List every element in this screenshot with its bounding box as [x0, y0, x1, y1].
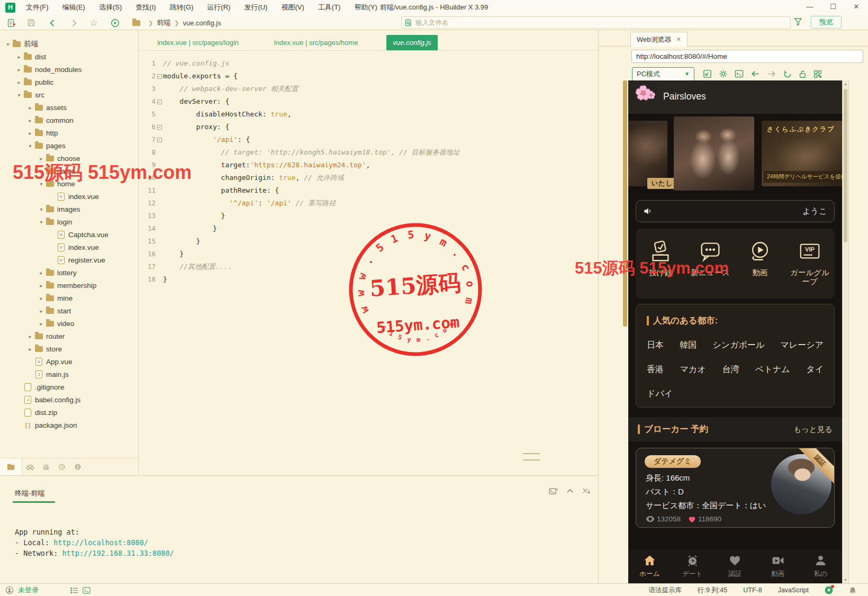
fold-icon[interactable]: − — [157, 100, 162, 104]
qr-code-icon[interactable] — [813, 70, 822, 78]
debug-bug-icon[interactable] — [38, 463, 54, 471]
breadcrumb-file[interactable]: vue.config.js — [183, 19, 221, 27]
chevron-right-icon[interactable]: ▸ — [26, 130, 34, 136]
see-more-link[interactable]: もっと見る — [793, 425, 833, 435]
status-item[interactable]: JavaScript — [778, 586, 809, 594]
tree-item[interactable]: ▸membership — [0, 279, 138, 292]
notification-bell-icon[interactable] — [849, 586, 856, 594]
tree-item[interactable]: ▸start — [0, 304, 138, 317]
chevron-right-icon[interactable]: ▸ — [38, 270, 45, 276]
fold-icon[interactable]: − — [157, 138, 162, 142]
local-url-link[interactable]: http://localhost:8080/ — [53, 538, 148, 547]
chevron-right-icon[interactable]: ▸ — [26, 333, 34, 339]
chevron-right-icon[interactable]: ▸ — [26, 118, 34, 123]
tree-item[interactable]: Jbabel.config.js — [0, 393, 138, 406]
city-link[interactable]: ドバイ — [647, 389, 673, 400]
fold-icon[interactable]: − — [157, 125, 162, 130]
chevron-right-icon[interactable]: ▸ — [38, 283, 45, 288]
tree-item[interactable]: ▸lottery — [0, 266, 138, 279]
console-icon[interactable] — [83, 587, 91, 594]
nav-item-heart[interactable]: 認証 — [714, 554, 757, 583]
minimize-icon[interactable]: — — [798, 0, 821, 15]
address-bar[interactable] — [631, 50, 863, 63]
city-link[interactable]: ベトナム — [755, 364, 790, 375]
menu-item[interactable]: 视图(V) — [274, 0, 311, 15]
new-file-button[interactable] — [5, 17, 17, 29]
tree-item[interactable]: ▸node_modules — [0, 63, 138, 76]
menu-item[interactable]: 跳转(G) — [163, 0, 201, 15]
tree-item[interactable]: ▸dist — [0, 50, 138, 63]
city-link[interactable]: 台湾 — [722, 364, 739, 375]
status-item[interactable]: 语法提示库 — [648, 586, 682, 595]
tree-item[interactable]: ▸http — [0, 127, 138, 139]
back-button[interactable] — [47, 17, 58, 29]
chevron-right-icon[interactable]: ▸ — [15, 79, 23, 85]
refresh-icon[interactable] — [783, 70, 792, 78]
carousel-slide-left[interactable] — [628, 121, 667, 186]
tree-item[interactable]: Jmain.js — [0, 368, 138, 381]
chevron-right-icon[interactable]: ▸ — [15, 54, 23, 60]
tree-item[interactable]: ▸store — [0, 342, 138, 355]
menu-item[interactable]: 发行(U) — [237, 0, 274, 15]
browser-tab[interactable]: Web浏览器✕ — [630, 32, 688, 47]
collapse-panel-icon[interactable] — [566, 487, 574, 495]
chevron-down-icon[interactable]: ▾ — [15, 92, 23, 98]
devtools-console-icon[interactable] — [735, 69, 744, 78]
tree-item[interactable]: dist.zip — [0, 406, 138, 419]
menu-item[interactable]: 编辑(E) — [56, 0, 92, 15]
search-binoculars-icon[interactable] — [22, 464, 38, 471]
nav-item-user[interactable]: 私の — [799, 554, 842, 583]
close-tab-icon[interactable]: ✕ — [676, 36, 681, 43]
tree-item[interactable]: ▾pages — [0, 139, 138, 152]
editor-tab[interactable]: index.vue | src/pages/login — [143, 35, 253, 50]
chevron-down-icon[interactable]: ▾ — [4, 41, 12, 47]
chevron-right-icon[interactable]: ▸ — [26, 105, 34, 111]
forward-button[interactable] — [68, 17, 79, 29]
menu-item[interactable]: 选择(S) — [92, 0, 129, 15]
panel-splitter-bar[interactable] — [623, 80, 627, 327]
tree-item[interactable]: ▸common — [0, 114, 138, 127]
feature-item[interactable]: 動画 — [735, 239, 785, 299]
nav-forward-icon[interactable] — [767, 70, 776, 78]
chevron-right-icon[interactable]: ▸ — [38, 308, 45, 314]
lock-icon[interactable] — [799, 70, 807, 78]
scrollbar-thumb[interactable] — [844, 89, 847, 242]
chevron-right-icon[interactable]: ▸ — [38, 295, 45, 301]
splitter-grip[interactable] — [523, 453, 540, 466]
tree-item[interactable]: ▸assets — [0, 101, 138, 114]
tree-item[interactable]: ▸video — [0, 317, 138, 330]
fold-icon[interactable]: − — [157, 74, 162, 79]
close-icon[interactable]: ✕ — [845, 0, 868, 15]
notice-marquee[interactable]: ようこ — [636, 200, 835, 222]
network-url-link[interactable]: http://192.168.31.33:8080/ — [62, 549, 174, 557]
user-account-icon[interactable] — [5, 586, 14, 594]
nav-item-video[interactable]: 動画 — [756, 554, 799, 583]
menu-item[interactable]: 运行(R) — [200, 0, 237, 15]
chevron-right-icon[interactable]: ▸ — [15, 67, 23, 73]
breadcrumb-project[interactable]: 前端 — [157, 18, 170, 28]
chevron-down-icon[interactable]: ▾ — [38, 206, 45, 212]
tree-item[interactable]: Vindex.vue — [0, 190, 138, 203]
web-globe-icon[interactable] — [70, 463, 86, 471]
nav-item-clock[interactable]: デート — [671, 554, 714, 583]
city-link[interactable]: マレーシア — [780, 340, 824, 351]
city-link[interactable]: タイ — [806, 364, 824, 375]
history-clock-icon[interactable] — [54, 463, 70, 471]
city-link[interactable]: 韓国 — [680, 340, 697, 351]
open-external-icon[interactable] — [703, 69, 712, 78]
save-button[interactable] — [25, 17, 37, 29]
chevron-right-icon[interactable]: ▸ — [38, 321, 45, 327]
city-link[interactable]: 日本 — [647, 340, 664, 351]
tree-item[interactable]: ▾前端 — [0, 38, 138, 50]
new-terminal-icon[interactable] — [549, 487, 558, 495]
device-mode-select[interactable]: PC模式▼ — [632, 67, 694, 81]
tree-item[interactable]: Vregister.vue — [0, 254, 138, 266]
update-download-icon[interactable] — [825, 586, 833, 594]
banner-carousel[interactable]: いたします さくらふぶきクラブ 24時間デリヘルサービスを提供いたし — [628, 114, 842, 193]
nav-item-home[interactable]: ホーム — [628, 554, 671, 583]
city-link[interactable]: 香港 — [647, 364, 664, 375]
scroll-up-icon[interactable]: ▲ — [843, 82, 848, 86]
scroll-down-icon[interactable]: ▼ — [843, 578, 848, 582]
run-button[interactable] — [109, 17, 121, 29]
carousel-slide-right[interactable]: さくらふぶきクラブ 24時間デリヘルサービスを提供いたし — [762, 121, 842, 186]
